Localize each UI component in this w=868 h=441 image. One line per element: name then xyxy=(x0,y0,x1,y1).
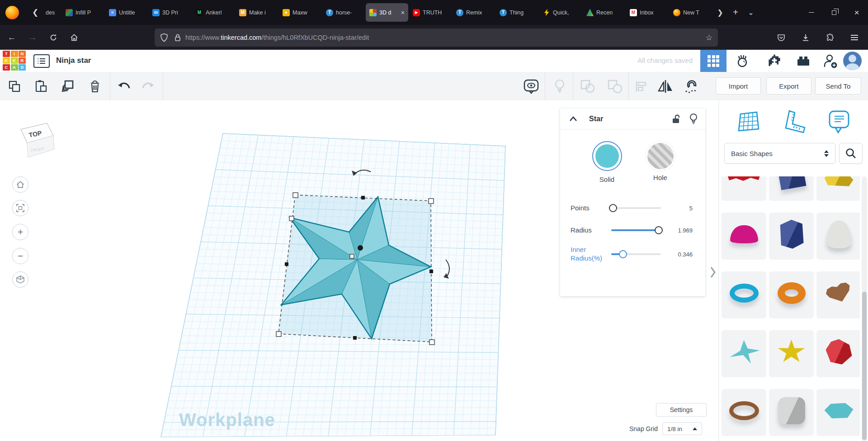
delete-icon[interactable] xyxy=(86,78,104,95)
zoom-out-button[interactable]: − xyxy=(12,248,28,264)
browser-tab[interactable]: Quick, xyxy=(539,3,582,22)
browser-tab[interactable]: Remix xyxy=(453,3,495,22)
radius-slider[interactable] xyxy=(611,229,661,231)
hole-option[interactable]: Hole xyxy=(647,141,674,183)
bookmark-star-icon[interactable]: ☆ xyxy=(706,33,712,43)
home-view-button[interactable] xyxy=(12,176,28,193)
shapes-scrollbar[interactable] xyxy=(862,176,867,441)
extensions-icon[interactable] xyxy=(821,29,839,46)
shape-card-dice[interactable] xyxy=(769,389,814,436)
menu-icon[interactable] xyxy=(845,29,863,46)
shape-card-icosahedron[interactable] xyxy=(816,330,860,377)
shape-card-ring[interactable] xyxy=(722,389,766,436)
browser-tab[interactable]: Infill P xyxy=(62,3,104,22)
pocket-icon[interactable] xyxy=(772,29,790,46)
3d-canvas[interactable]: Workplane xyxy=(0,100,718,441)
shape-card-half-sphere[interactable] xyxy=(722,213,766,260)
export-button[interactable]: Export xyxy=(766,77,811,95)
ungroup-icon[interactable] xyxy=(606,78,624,95)
browser-tab[interactable]: Maxw xyxy=(279,3,321,22)
shape-card-tube[interactable] xyxy=(769,271,814,318)
redo-icon[interactable] xyxy=(139,78,157,95)
browser-tab[interactable]: TRUTH xyxy=(409,3,452,22)
add-person-icon[interactable] xyxy=(821,53,840,69)
browser-tab[interactable]: New T xyxy=(670,3,712,22)
bricks-icon[interactable] xyxy=(793,53,813,69)
unlock-icon[interactable] xyxy=(671,114,682,124)
hole-swatch[interactable] xyxy=(647,143,674,169)
collapse-shapes-panel-icon[interactable] xyxy=(708,260,718,285)
solid-option[interactable]: Solid xyxy=(592,141,622,183)
shape-card-gem[interactable] xyxy=(816,389,860,436)
search-shapes-button[interactable] xyxy=(839,143,863,164)
restore-button[interactable] xyxy=(823,3,845,22)
settings-button[interactable]: Settings xyxy=(656,403,707,417)
back-button[interactable]: ← xyxy=(3,29,21,46)
fit-view-button[interactable] xyxy=(12,200,28,216)
browser-tab[interactable]: des xyxy=(42,3,61,22)
minimize-button[interactable] xyxy=(800,3,823,22)
new-tab-button[interactable]: + xyxy=(728,7,743,18)
undo-icon[interactable] xyxy=(115,78,133,95)
shape-card-heart[interactable] xyxy=(816,271,860,318)
inner-radius-slider-handle[interactable] xyxy=(619,250,627,258)
home-button[interactable] xyxy=(65,29,83,46)
downloads-icon[interactable] xyxy=(797,29,815,46)
browser-tab[interactable]: 3D Pri xyxy=(149,3,191,22)
points-slider[interactable] xyxy=(611,207,661,209)
scroll-tabs-left-icon[interactable]: ❮ xyxy=(29,8,42,17)
sim-lab-icon[interactable] xyxy=(732,53,752,69)
shape-card-torus[interactable] xyxy=(722,271,766,318)
browser-tab[interactable]: Inbox xyxy=(626,3,669,22)
notes-tool-icon[interactable] xyxy=(827,109,851,134)
design-menu-button[interactable] xyxy=(33,54,50,68)
send-to-button[interactable]: Send To xyxy=(815,77,861,95)
paste-icon[interactable] xyxy=(32,78,50,95)
shape-card-polygon[interactable] xyxy=(769,213,814,260)
radius-slider-handle[interactable] xyxy=(655,226,663,234)
address-bar[interactable]: https://www.tinkercad.com/things/hL0RfXb… xyxy=(155,28,718,47)
shape-card-text[interactable] xyxy=(722,176,766,201)
shape-card-star-5[interactable] xyxy=(769,330,814,377)
align-icon[interactable] xyxy=(632,78,650,95)
zoom-in-button[interactable]: + xyxy=(12,224,28,240)
browser-tab[interactable]: Ankerl xyxy=(192,3,235,22)
user-avatar[interactable] xyxy=(843,52,862,70)
browser-tab[interactable]: horse- xyxy=(322,3,365,22)
group-icon[interactable] xyxy=(579,78,597,95)
radius-value[interactable]: 1.969 xyxy=(678,227,693,233)
workplane-tool-icon[interactable] xyxy=(736,110,760,133)
list-all-tabs-icon[interactable]: ⌄ xyxy=(743,8,759,17)
points-value[interactable]: 5 xyxy=(689,204,693,211)
show-all-icon[interactable] xyxy=(522,78,540,95)
shape-card-star[interactable] xyxy=(722,330,766,377)
inner-radius-value[interactable]: 0.346 xyxy=(678,251,693,258)
tinker-grid-button[interactable] xyxy=(700,50,726,72)
mirror-icon[interactable] xyxy=(656,78,675,95)
solid-swatch-selected[interactable] xyxy=(592,141,622,171)
perspective-toggle-button[interactable] xyxy=(12,271,28,288)
browser-tab[interactable]: Untitle xyxy=(105,3,148,22)
bulb-icon[interactable] xyxy=(689,113,698,125)
close-button[interactable]: × xyxy=(845,3,868,22)
browser-tab-active[interactable]: 3D d× xyxy=(366,3,408,22)
shape-card-box[interactable] xyxy=(769,176,814,201)
forward-button[interactable]: → xyxy=(24,29,42,46)
design-title[interactable]: Ninja star xyxy=(56,56,91,65)
browser-tab[interactable]: Recen xyxy=(583,3,625,22)
shape-card-paraboloid[interactable] xyxy=(816,213,860,260)
scroll-tabs-right-icon[interactable]: ❯ xyxy=(712,8,728,17)
points-slider-handle[interactable] xyxy=(609,204,617,212)
tinkercad-logo[interactable]: TINKERCAD xyxy=(3,51,27,71)
tracking-shield-icon[interactable] xyxy=(160,33,168,42)
view-cube[interactable]: TOP FRONT xyxy=(15,118,59,165)
collapse-panel-icon[interactable] xyxy=(567,114,579,123)
magnet-icon[interactable] xyxy=(683,78,701,95)
shape-card-roof[interactable] xyxy=(816,176,860,201)
reload-button[interactable] xyxy=(44,29,62,46)
browser-tab[interactable]: Thing xyxy=(496,3,538,22)
shape-category-select[interactable]: Basic Shapes xyxy=(724,143,835,164)
inner-radius-slider[interactable] xyxy=(611,253,661,255)
minecraft-pickaxe-icon[interactable] xyxy=(764,53,784,69)
duplicate-icon[interactable] xyxy=(59,78,77,95)
